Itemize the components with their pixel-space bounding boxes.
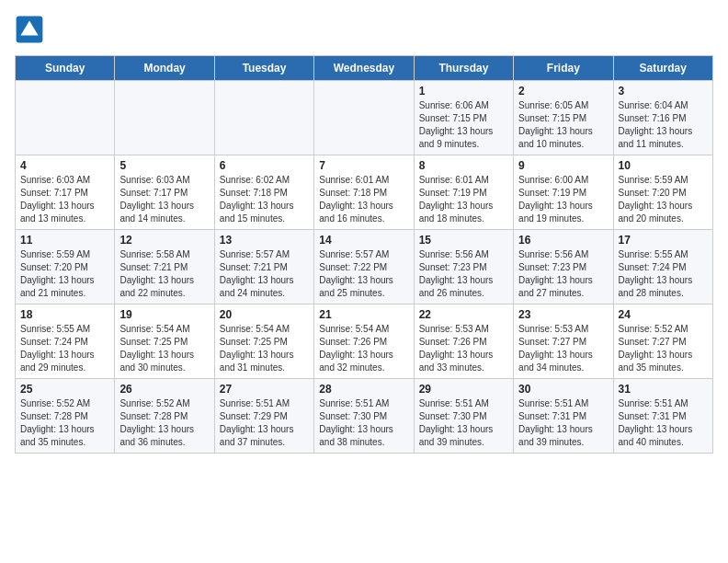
calendar-cell: 19Sunrise: 5:54 AM Sunset: 7:25 PM Dayli… [115, 304, 214, 379]
calendar-cell: 6Sunrise: 6:02 AM Sunset: 7:18 PM Daylig… [214, 155, 313, 230]
day-info: Sunrise: 5:51 AM Sunset: 7:31 PM Dayligh… [518, 397, 608, 449]
calendar-cell: 4Sunrise: 6:03 AM Sunset: 7:17 PM Daylig… [16, 155, 115, 230]
calendar-cell: 30Sunrise: 5:51 AM Sunset: 7:31 PM Dayli… [514, 379, 613, 454]
day-info: Sunrise: 5:51 AM Sunset: 7:31 PM Dayligh… [619, 397, 708, 449]
day-info: Sunrise: 6:03 AM Sunset: 7:17 PM Dayligh… [119, 174, 209, 225]
calendar-cell: 9Sunrise: 6:00 AM Sunset: 7:19 PM Daylig… [514, 155, 613, 230]
day-info: Sunrise: 6:04 AM Sunset: 7:16 PM Dayligh… [619, 99, 708, 151]
day-info: Sunrise: 5:51 AM Sunset: 7:30 PM Dayligh… [419, 397, 508, 449]
day-number: 6 [220, 159, 309, 172]
day-number: 26 [119, 383, 209, 396]
calendar-cell [314, 81, 414, 155]
calendar-cell: 25Sunrise: 5:52 AM Sunset: 7:28 PM Dayli… [16, 379, 115, 454]
day-info: Sunrise: 5:53 AM Sunset: 7:27 PM Dayligh… [518, 323, 608, 374]
day-info: Sunrise: 5:59 AM Sunset: 7:20 PM Dayligh… [619, 174, 708, 225]
day-info: Sunrise: 5:54 AM Sunset: 7:25 PM Dayligh… [220, 323, 309, 374]
day-number: 16 [518, 234, 608, 247]
logo-icon [15, 15, 44, 44]
day-number: 19 [119, 308, 209, 321]
calendar-cell: 26Sunrise: 5:52 AM Sunset: 7:28 PM Dayli… [115, 379, 214, 454]
day-info: Sunrise: 6:05 AM Sunset: 7:15 PM Dayligh… [518, 99, 608, 151]
day-info: Sunrise: 5:56 AM Sunset: 7:23 PM Dayligh… [419, 248, 508, 300]
calendar-cell: 24Sunrise: 5:52 AM Sunset: 7:27 PM Dayli… [613, 304, 712, 379]
day-number: 12 [119, 234, 209, 247]
day-number: 1 [419, 85, 508, 98]
calendar-cell: 13Sunrise: 5:57 AM Sunset: 7:21 PM Dayli… [214, 230, 313, 304]
calendar-cell: 7Sunrise: 6:01 AM Sunset: 7:18 PM Daylig… [314, 155, 414, 230]
calendar-table: SundayMondayTuesdayWednesdayThursdayFrid… [15, 55, 713, 454]
calendar-cell: 20Sunrise: 5:54 AM Sunset: 7:25 PM Dayli… [214, 304, 313, 379]
day-info: Sunrise: 6:03 AM Sunset: 7:17 PM Dayligh… [20, 174, 109, 225]
calendar-week-row: 1Sunrise: 6:06 AM Sunset: 7:15 PM Daylig… [16, 81, 713, 155]
calendar-week-row: 18Sunrise: 5:55 AM Sunset: 7:24 PM Dayli… [16, 304, 713, 379]
day-number: 24 [619, 308, 708, 321]
day-info: Sunrise: 6:02 AM Sunset: 7:18 PM Dayligh… [220, 174, 309, 225]
day-number: 20 [220, 308, 309, 321]
logo [15, 15, 48, 44]
day-info: Sunrise: 5:52 AM Sunset: 7:27 PM Dayligh… [619, 323, 708, 374]
day-number: 7 [319, 159, 408, 172]
day-info: Sunrise: 5:51 AM Sunset: 7:29 PM Dayligh… [220, 397, 309, 449]
day-of-week-header: Thursday [414, 56, 513, 81]
day-info: Sunrise: 5:52 AM Sunset: 7:28 PM Dayligh… [119, 397, 209, 449]
calendar-cell: 22Sunrise: 5:53 AM Sunset: 7:26 PM Dayli… [414, 304, 513, 379]
day-number: 10 [619, 159, 708, 172]
day-number: 5 [119, 159, 209, 172]
calendar-cell: 31Sunrise: 5:51 AM Sunset: 7:31 PM Dayli… [613, 379, 712, 454]
day-info: Sunrise: 5:53 AM Sunset: 7:26 PM Dayligh… [419, 323, 508, 374]
day-number: 3 [619, 85, 708, 98]
day-info: Sunrise: 5:57 AM Sunset: 7:22 PM Dayligh… [319, 248, 408, 300]
page-header [15, 15, 713, 44]
day-info: Sunrise: 5:51 AM Sunset: 7:30 PM Dayligh… [319, 397, 408, 449]
day-number: 17 [619, 234, 708, 247]
day-number: 23 [518, 308, 608, 321]
calendar-cell: 28Sunrise: 5:51 AM Sunset: 7:30 PM Dayli… [314, 379, 414, 454]
day-number: 31 [619, 383, 708, 396]
day-info: Sunrise: 6:01 AM Sunset: 7:19 PM Dayligh… [419, 174, 508, 225]
calendar-cell: 1Sunrise: 6:06 AM Sunset: 7:15 PM Daylig… [414, 81, 513, 155]
calendar-cell: 23Sunrise: 5:53 AM Sunset: 7:27 PM Dayli… [514, 304, 613, 379]
calendar-cell: 8Sunrise: 6:01 AM Sunset: 7:19 PM Daylig… [414, 155, 513, 230]
calendar-cell: 17Sunrise: 5:55 AM Sunset: 7:24 PM Dayli… [613, 230, 712, 304]
day-info: Sunrise: 5:54 AM Sunset: 7:25 PM Dayligh… [119, 323, 209, 374]
day-number: 9 [518, 159, 608, 172]
calendar-week-row: 25Sunrise: 5:52 AM Sunset: 7:28 PM Dayli… [16, 379, 713, 454]
calendar-header-row: SundayMondayTuesdayWednesdayThursdayFrid… [16, 56, 713, 81]
calendar-body: 1Sunrise: 6:06 AM Sunset: 7:15 PM Daylig… [16, 81, 713, 454]
day-of-week-header: Wednesday [314, 56, 414, 81]
calendar-cell [16, 81, 115, 155]
calendar-cell: 15Sunrise: 5:56 AM Sunset: 7:23 PM Dayli… [414, 230, 513, 304]
day-info: Sunrise: 5:57 AM Sunset: 7:21 PM Dayligh… [220, 248, 309, 300]
calendar-cell: 11Sunrise: 5:59 AM Sunset: 7:20 PM Dayli… [16, 230, 115, 304]
calendar-cell: 29Sunrise: 5:51 AM Sunset: 7:30 PM Dayli… [414, 379, 513, 454]
calendar-cell: 2Sunrise: 6:05 AM Sunset: 7:15 PM Daylig… [514, 81, 613, 155]
day-info: Sunrise: 5:52 AM Sunset: 7:28 PM Dayligh… [20, 397, 109, 449]
day-info: Sunrise: 5:54 AM Sunset: 7:26 PM Dayligh… [319, 323, 408, 374]
calendar-cell: 16Sunrise: 5:56 AM Sunset: 7:23 PM Dayli… [514, 230, 613, 304]
calendar-cell: 12Sunrise: 5:58 AM Sunset: 7:21 PM Dayli… [115, 230, 214, 304]
day-number: 29 [419, 383, 508, 396]
calendar-cell: 21Sunrise: 5:54 AM Sunset: 7:26 PM Dayli… [314, 304, 414, 379]
day-number: 28 [319, 383, 408, 396]
day-info: Sunrise: 5:55 AM Sunset: 7:24 PM Dayligh… [619, 248, 708, 300]
day-of-week-header: Tuesday [214, 56, 313, 81]
calendar-cell: 18Sunrise: 5:55 AM Sunset: 7:24 PM Dayli… [16, 304, 115, 379]
calendar-week-row: 4Sunrise: 6:03 AM Sunset: 7:17 PM Daylig… [16, 155, 713, 230]
day-number: 13 [220, 234, 309, 247]
calendar-cell: 27Sunrise: 5:51 AM Sunset: 7:29 PM Dayli… [214, 379, 313, 454]
day-number: 30 [518, 383, 608, 396]
day-of-week-header: Saturday [613, 56, 712, 81]
day-info: Sunrise: 6:01 AM Sunset: 7:18 PM Dayligh… [319, 174, 408, 225]
calendar-cell: 3Sunrise: 6:04 AM Sunset: 7:16 PM Daylig… [613, 81, 712, 155]
calendar-cell [115, 81, 214, 155]
day-number: 22 [419, 308, 508, 321]
day-of-week-header: Friday [514, 56, 613, 81]
day-number: 4 [20, 159, 109, 172]
calendar-cell: 5Sunrise: 6:03 AM Sunset: 7:17 PM Daylig… [115, 155, 214, 230]
day-number: 18 [20, 308, 109, 321]
day-info: Sunrise: 6:06 AM Sunset: 7:15 PM Dayligh… [419, 99, 508, 151]
day-number: 25 [20, 383, 109, 396]
day-number: 14 [319, 234, 408, 247]
day-number: 11 [20, 234, 109, 247]
calendar-cell: 10Sunrise: 5:59 AM Sunset: 7:20 PM Dayli… [613, 155, 712, 230]
